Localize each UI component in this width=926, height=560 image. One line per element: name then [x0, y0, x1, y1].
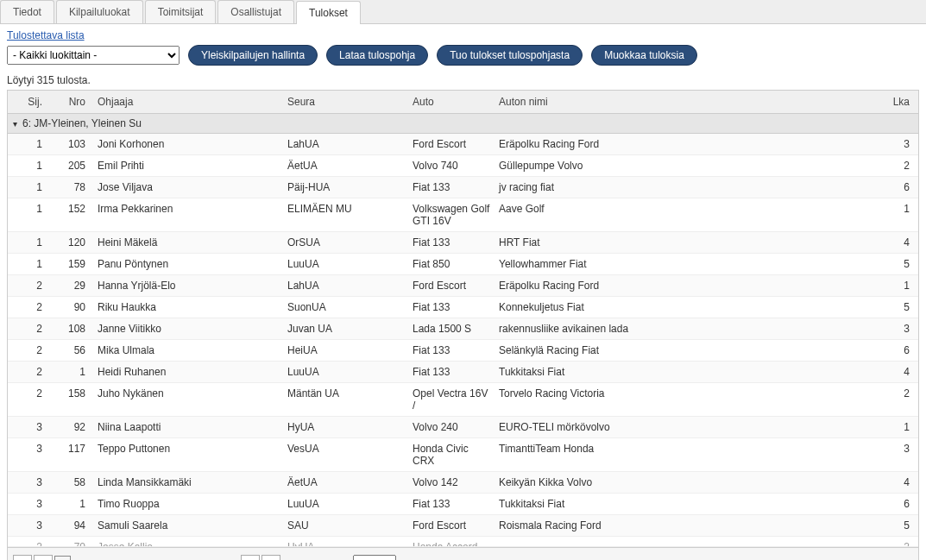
- table-row[interactable]: 1152Irma PekkarinenELIMÄEN MUVolkswagen …: [8, 198, 918, 232]
- table-row[interactable]: 358Linda MansikkamäkiÄetUAVolvo 142Keiky…: [8, 472, 918, 494]
- last-page-button[interactable]: ▸|: [261, 555, 280, 560]
- table-row[interactable]: 229Hanna Yrjölä-EloLahUAFord EscortEräpo…: [8, 275, 918, 297]
- page-2[interactable]: 2: [72, 557, 87, 560]
- table-row[interactable]: 178Jose ViljavaPäij-HUAFiat 133jv racing…: [8, 177, 918, 198]
- class-filter-select[interactable]: - Kaikki luokittain -: [7, 46, 180, 65]
- col-auto[interactable]: Auto: [409, 91, 495, 113]
- prev-page-button[interactable]: ◂: [34, 555, 53, 560]
- table-row[interactable]: 2 70 Jesse Kallio HyUA Honda Accord 2: [8, 537, 918, 547]
- page-7[interactable]: 7: [153, 557, 167, 560]
- page-6[interactable]: 6: [136, 557, 151, 560]
- tab-tiedot[interactable]: Tiedot: [0, 0, 54, 23]
- table-row[interactable]: 290Riku HaukkaSuonUAFiat 133Konnekuljetu…: [8, 297, 918, 318]
- group-row[interactable]: ▾ 6: JM-Yleinen, Yleinen Su: [8, 114, 918, 134]
- col-seura[interactable]: Seura: [284, 91, 409, 113]
- table-row[interactable]: 1120Heini MäkeläOrSUAFiat 133HRT Fiat4: [8, 232, 918, 254]
- table-row[interactable]: 256Mika UlmalaHeiUAFiat 133Selänkylä Rac…: [8, 340, 918, 362]
- page-size-select[interactable]: 20: [353, 555, 396, 560]
- pager-ellipsis[interactable]: ...: [224, 557, 239, 560]
- table-row[interactable]: 3117Teppo PuttonenVesUAHonda Civic CRXTi…: [8, 438, 918, 472]
- tab-kilpailuluokat[interactable]: Kilpailuluokat: [56, 0, 143, 23]
- overall-button[interactable]: Yleiskilpailujen hallinta: [188, 45, 318, 66]
- tab-osallistujat[interactable]: Osallistujat: [217, 0, 294, 23]
- page-10[interactable]: 10: [201, 557, 221, 560]
- page-8[interactable]: 8: [169, 557, 184, 560]
- table-row[interactable]: 392Niina LaapottiHyUAVolvo 240EURO-TELI …: [8, 417, 918, 438]
- page-1[interactable]: 1: [54, 556, 71, 560]
- result-count: Löytyi 315 tulosta.: [7, 74, 919, 86]
- table-row[interactable]: 2158Juho NykänenMäntän UAOpel Vectra 16V…: [8, 383, 918, 417]
- col-auton-nimi[interactable]: Auton nimi: [495, 91, 875, 113]
- table-row[interactable]: 31Timo RuoppaLuuUAFiat 133Tukkitaksi Fia…: [8, 494, 918, 515]
- table-header: Sij. Nro Ohjaaja Seura Auto Auton nimi L…: [8, 91, 918, 114]
- print-link[interactable]: Tulostettava lista: [7, 29, 85, 41]
- tab-toimitsijat[interactable]: Toimitsijat: [145, 0, 217, 23]
- col-lka[interactable]: Lka: [875, 91, 918, 113]
- col-ohjaaja[interactable]: Ohjaaja: [94, 91, 284, 113]
- tab-tulokset[interactable]: Tulokset: [296, 1, 361, 24]
- chevron-down-icon: ▾: [13, 119, 17, 129]
- table-row[interactable]: 1205Emil PrihtiÄetUAVolvo 740Güllepumpe …: [8, 155, 918, 177]
- page-9[interactable]: 9: [186, 557, 200, 560]
- next-page-button[interactable]: ▸: [241, 555, 260, 560]
- page-4[interactable]: 4: [104, 557, 119, 560]
- first-page-button[interactable]: |◂: [13, 555, 32, 560]
- col-nro[interactable]: Nro: [51, 91, 94, 113]
- page-3[interactable]: 3: [88, 557, 103, 560]
- table-row[interactable]: 2108Janne ViitikkoJuvan UALada 1500 Srak…: [8, 318, 918, 340]
- pager: |◂ ◂ 12345678910 ... ▸ ▸| Page size: 20: [8, 547, 918, 560]
- table-row[interactable]: 394Samuli SaarelaSAUFord EscortRoismala …: [8, 515, 918, 537]
- group-label: 6: JM-Yleinen, Yleinen Su: [22, 117, 142, 129]
- page-5[interactable]: 5: [121, 557, 135, 560]
- table-row[interactable]: 1159Panu PöntynenLuuUAFiat 850Yellowhamm…: [8, 254, 918, 275]
- table-row[interactable]: 21Heidi RuhanenLuuUAFiat 133Tukkitaksi F…: [8, 362, 918, 383]
- download-template-button[interactable]: Lataa tulospohja: [326, 45, 428, 66]
- edit-results-button[interactable]: Muokkaa tuloksia: [591, 45, 697, 66]
- table-row[interactable]: 1103Joni KorhonenLahUAFord EscortEräpolk…: [8, 134, 918, 155]
- import-results-button[interactable]: Tuo tulokset tulospohjasta: [437, 45, 583, 66]
- col-sij[interactable]: Sij.: [8, 91, 51, 113]
